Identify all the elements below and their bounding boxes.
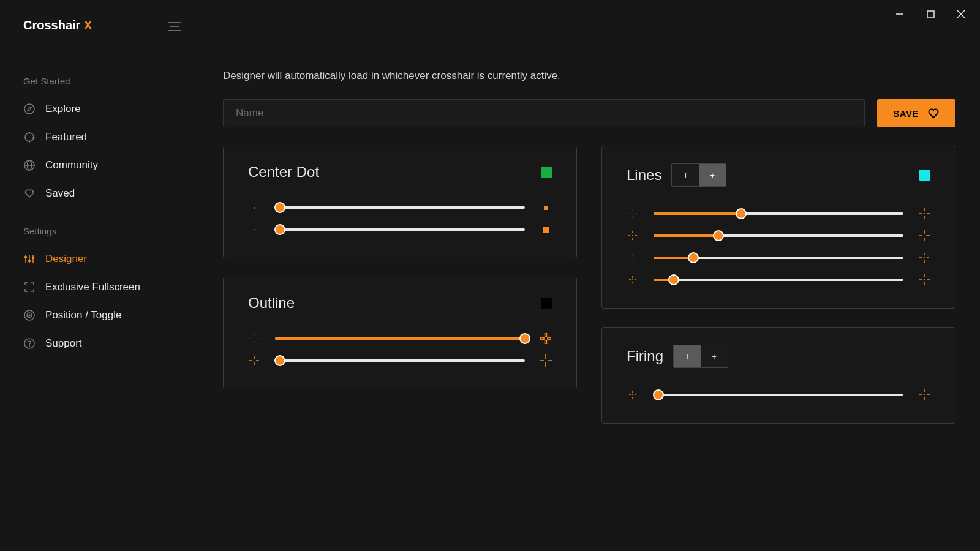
sidebar-item-label: Position / Toggle (45, 309, 121, 321)
sidebar-item-label: Exclusive Fullscreen (45, 281, 140, 293)
save-button[interactable]: SAVE (877, 99, 956, 127)
heart-icon (927, 107, 940, 119)
svg-point-24 (29, 346, 30, 347)
card-center-dot: Center Dot (223, 146, 577, 258)
maximize-button[interactable] (925, 9, 936, 20)
card-firing: Firing T + (601, 327, 956, 424)
card-title: Firing (627, 348, 663, 365)
slider-lines-4[interactable] (654, 278, 903, 282)
card-outline: Outline (223, 277, 577, 389)
dot-small-icon (248, 201, 260, 214)
svg-point-80 (632, 394, 633, 395)
slider-outline-2[interactable] (275, 359, 525, 362)
sliders-icon (23, 253, 36, 265)
sidebar: Get Started Explore Featured Community S… (0, 51, 198, 551)
sidebar-item-exclusive-fullscreen[interactable]: Exclusive Fullscreen (23, 273, 186, 301)
firing-mode-plus[interactable]: + (701, 345, 728, 367)
lines-min-1-icon (627, 208, 639, 220)
sidebar-item-support[interactable]: Support (23, 329, 186, 358)
sidebar-item-saved[interactable]: Saved (23, 179, 186, 208)
slider-lines-2[interactable] (654, 234, 903, 238)
svg-point-75 (924, 279, 925, 280)
slider-outline-1[interactable] (275, 337, 525, 340)
sidebar-item-label: Community (45, 159, 98, 171)
sidebar-item-label: Saved (45, 187, 75, 200)
card-title: Outline (248, 294, 295, 312)
sidebar-item-explore[interactable]: Explore (23, 95, 186, 123)
sidebar-item-position-toggle[interactable]: Position / Toggle (23, 301, 186, 329)
title-bar: Crosshair X (0, 0, 980, 51)
slider-lines-3[interactable] (654, 256, 903, 260)
svg-point-41 (632, 213, 633, 214)
svg-rect-1 (927, 11, 934, 18)
dot-tiny-icon (248, 223, 260, 236)
crosshair-icon (23, 131, 36, 143)
svg-point-4 (24, 104, 34, 114)
lines-min-4-icon (627, 274, 639, 286)
outline-narrow-icon (248, 354, 260, 367)
color-swatch-outline[interactable] (541, 298, 552, 309)
lines-max-1-icon (918, 208, 930, 220)
svg-point-6 (25, 133, 34, 141)
sidebar-item-label: Explore (45, 103, 81, 115)
brand-text: Crosshair (23, 18, 84, 32)
firing-min-icon (627, 389, 639, 401)
window-controls (894, 9, 967, 20)
svg-rect-32 (548, 338, 551, 340)
minimize-button[interactable] (894, 9, 905, 20)
lines-mode-t[interactable]: T (672, 164, 699, 186)
sidebar-item-designer[interactable]: Designer (23, 245, 186, 273)
svg-point-60 (632, 257, 633, 258)
target-icon (23, 309, 36, 321)
sidebar-item-label: Featured (45, 131, 87, 143)
svg-marker-5 (28, 107, 31, 111)
save-label: SAVE (893, 108, 919, 119)
card-title: Lines (627, 167, 662, 184)
firing-mode-toggle: T + (673, 345, 728, 368)
page-description: Designer will automatically load in whic… (223, 70, 956, 82)
sidebar-heading-settings: Settings (23, 226, 186, 236)
sidebar-item-label: Support (45, 337, 82, 350)
lines-min-3-icon (627, 252, 639, 264)
lines-min-2-icon (627, 230, 639, 242)
outline-thin-icon (248, 332, 260, 345)
firing-max-icon (918, 389, 930, 401)
sidebar-item-label: Designer (45, 253, 87, 265)
sidebar-item-community[interactable]: Community (23, 151, 186, 179)
close-button[interactable] (956, 9, 967, 20)
lines-max-2-icon (918, 230, 930, 242)
outline-thick-icon (540, 332, 552, 345)
brand-x: X (84, 18, 92, 32)
firing-mode-t[interactable]: T (674, 345, 701, 367)
content-area: Designer will automatically load in whic… (198, 51, 980, 551)
svg-rect-29 (545, 333, 547, 337)
dot-large-icon (540, 223, 552, 236)
lines-max-4-icon (918, 274, 930, 286)
card-title: Center Dot (248, 163, 319, 181)
slider-center-dot-2[interactable] (275, 228, 525, 231)
svg-point-70 (632, 279, 633, 280)
color-swatch-lines[interactable] (919, 170, 930, 181)
svg-point-46 (924, 213, 925, 214)
svg-point-17 (25, 257, 27, 258)
svg-point-22 (29, 315, 30, 316)
dot-medium-icon (540, 201, 552, 214)
svg-point-65 (924, 257, 925, 258)
svg-point-51 (632, 235, 633, 236)
lines-mode-toggle: T + (671, 163, 726, 187)
svg-point-18 (29, 260, 31, 262)
app-brand: Crosshair X (23, 18, 92, 32)
sidebar-item-featured[interactable]: Featured (23, 123, 186, 151)
slider-center-dot-1[interactable] (275, 206, 525, 209)
card-lines: Lines T + (601, 146, 956, 309)
slider-lines-1[interactable] (654, 212, 903, 216)
color-swatch-center-dot[interactable] (541, 167, 552, 178)
compass-icon (23, 103, 36, 115)
help-icon (23, 337, 36, 350)
lines-mode-plus[interactable]: + (699, 164, 726, 186)
slider-firing-1[interactable] (654, 393, 903, 397)
svg-rect-30 (545, 340, 547, 344)
hamburger-icon[interactable] (168, 22, 181, 31)
name-input[interactable] (223, 99, 865, 127)
svg-point-19 (32, 257, 34, 259)
